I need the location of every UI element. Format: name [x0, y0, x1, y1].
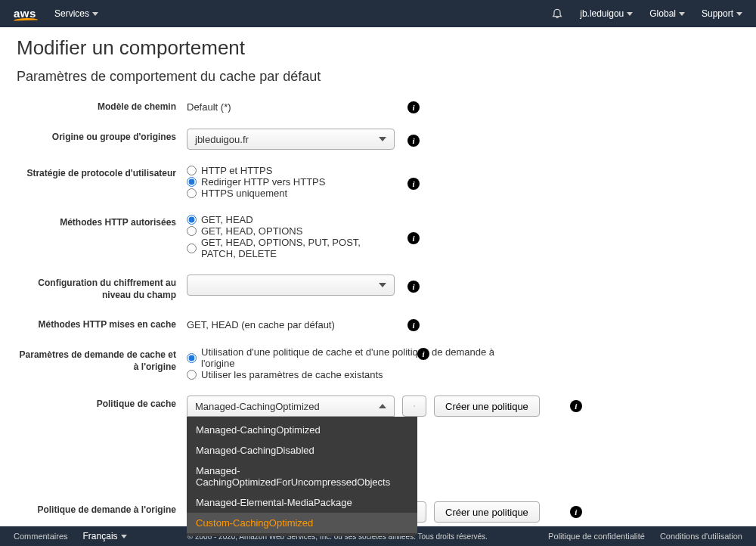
services-menu[interactable]: Services	[54, 8, 98, 19]
feedback-link[interactable]: Commentaires	[14, 532, 68, 541]
label-path-pattern: Modèle de chemin	[17, 98, 187, 113]
cached-methods-value: GET, HEAD (en cache par défaut)	[187, 318, 395, 330]
services-label: Services	[54, 8, 89, 19]
bell-icon[interactable]	[551, 7, 563, 21]
origin-select[interactable]: jbleduigou.fr	[187, 129, 395, 150]
info-icon[interactable]: i	[407, 178, 420, 190]
info-icon[interactable]: i	[407, 101, 420, 113]
create-cache-policy-button[interactable]: Créer une politique	[434, 396, 540, 417]
cache-policy-option[interactable]: Managed-CachingDisabled	[187, 440, 417, 461]
region-label: Global	[649, 8, 676, 19]
region-menu[interactable]: Global	[649, 8, 685, 19]
cache-policy-option[interactable]: Managed-CachingOptimizedForUncompressedO…	[187, 461, 417, 492]
privacy-link[interactable]: Politique de confidentialité	[548, 532, 645, 541]
cache-policy-selected-value: Managed-CachingOptimized	[195, 401, 320, 412]
protocol-option-redirect[interactable]: Rediriger HTTP vers HTTPS	[187, 176, 395, 188]
cache-policy-select[interactable]: Managed-CachingOptimized	[187, 396, 395, 417]
aws-logo: aws	[14, 7, 38, 20]
caret-down-icon	[736, 12, 742, 16]
caret-down-icon	[121, 535, 127, 538]
page-title: Modifier un comportement	[17, 36, 739, 60]
support-label: Support	[702, 8, 733, 19]
terms-link[interactable]: Conditions d'utilisation	[660, 532, 742, 541]
caret-down-icon	[679, 12, 685, 16]
label-cache-origin-params: Paramètres de demande de cache et à l'or…	[17, 346, 187, 373]
label-origin-request-policy: Politique de demande à l'origine	[17, 501, 187, 517]
protocol-option-http-https[interactable]: HTTP et HTTPS	[187, 165, 395, 176]
field-encryption-select[interactable]	[187, 275, 395, 296]
info-icon[interactable]: i	[407, 135, 420, 147]
cache-origin-option-policy[interactable]: Utilisation d'une politique de cache et …	[187, 346, 504, 369]
caret-down-icon	[92, 12, 98, 16]
label-viewer-protocol: Stratégie de protocole d'utilisateur	[17, 165, 187, 180]
chevron-down-icon	[379, 137, 386, 141]
info-icon[interactable]: i	[570, 400, 582, 412]
info-icon[interactable]: i	[407, 232, 420, 244]
protocol-option-https-only[interactable]: HTTPS uniquement	[187, 188, 395, 199]
section-title: Paramètres de comportement du cache par …	[17, 69, 739, 85]
create-origin-request-policy-button[interactable]: Créer une politique	[434, 501, 540, 523]
language-menu[interactable]: Français	[83, 531, 127, 541]
path-pattern-value: Default (*)	[187, 100, 395, 113]
chevron-up-icon	[379, 404, 386, 408]
origin-selected-value: jbleduigou.fr	[195, 134, 249, 145]
info-icon[interactable]: i	[407, 281, 420, 293]
cache-policy-dropdown: Managed-CachingOptimized Managed-Caching…	[187, 417, 417, 536]
info-icon[interactable]: i	[570, 506, 582, 518]
allowed-option-getheadoptions[interactable]: GET, HEAD, OPTIONS	[187, 225, 395, 237]
refresh-cache-policy-button[interactable]	[402, 396, 426, 417]
page-content: Modifier un comportement Paramètres de c…	[0, 27, 756, 546]
label-cache-policy: Politique de cache	[17, 396, 187, 411]
cache-origin-option-legacy[interactable]: Utiliser les paramètres de cache existan…	[187, 369, 504, 380]
support-menu[interactable]: Support	[702, 8, 742, 19]
label-field-encryption: Configuration du chiffrement au niveau d…	[17, 275, 187, 301]
user-label: jb.leduigou	[580, 8, 624, 19]
cache-policy-option[interactable]: Managed-Elemental-MediaPackage	[187, 492, 417, 513]
label-allowed-methods: Méthodes HTTP autorisées	[17, 214, 187, 229]
chevron-down-icon	[379, 283, 386, 287]
user-menu[interactable]: jb.leduigou	[580, 8, 633, 19]
cache-policy-option[interactable]: Managed-CachingOptimized	[187, 420, 417, 440]
label-origin: Origine ou groupe d'origines	[17, 129, 187, 144]
top-navbar: aws Services jb.leduigou Global Support	[0, 0, 756, 27]
caret-down-icon	[627, 12, 633, 16]
allowed-option-gethead[interactable]: GET, HEAD	[187, 214, 395, 225]
info-icon[interactable]: i	[407, 319, 420, 331]
cache-policy-option-highlighted[interactable]: Custom-CachingOptimized	[187, 513, 417, 533]
allowed-option-all[interactable]: GET, HEAD, OPTIONS, PUT, POST, PATCH, DE…	[187, 237, 395, 259]
label-cached-methods: Méthodes HTTP mises en cache	[17, 316, 187, 331]
refresh-icon	[414, 401, 415, 411]
